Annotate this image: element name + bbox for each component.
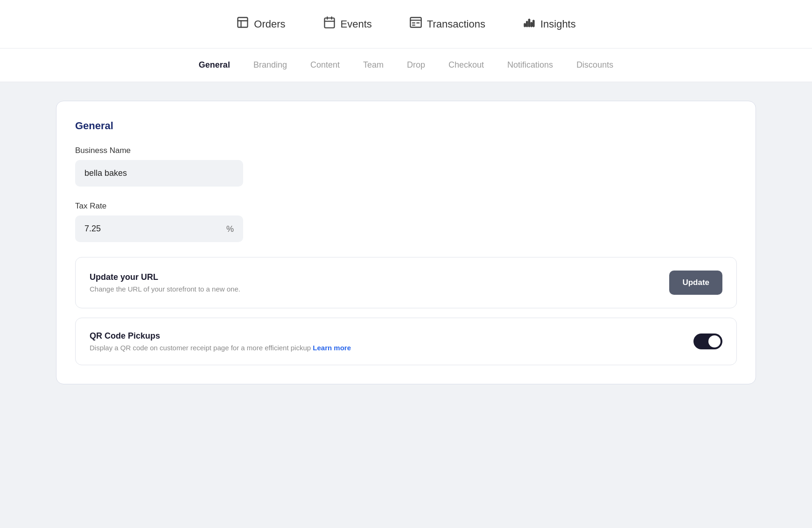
svg-rect-18 <box>526 21 528 27</box>
svg-rect-20 <box>530 22 532 27</box>
svg-rect-7 <box>410 18 421 28</box>
update-url-title: Update your URL <box>90 272 240 282</box>
subnav-general[interactable]: General <box>199 56 230 74</box>
qr-code-content: QR Code Pickups Display a QR code on cus… <box>90 331 351 352</box>
qr-code-toggle[interactable] <box>693 333 722 349</box>
subnav-team[interactable]: Team <box>363 56 384 74</box>
tax-rate-wrapper: % <box>75 215 243 242</box>
subnav-checkout[interactable]: Checkout <box>448 56 484 74</box>
events-icon <box>323 16 336 32</box>
toggle-track <box>693 333 722 349</box>
learn-more-link[interactable]: Learn more <box>313 344 351 352</box>
main-content: General Business Name Tax Rate % Update … <box>0 82 812 403</box>
svg-rect-3 <box>324 18 334 28</box>
sub-navigation: General Branding Content Team Drop Check… <box>0 49 812 82</box>
nav-orders[interactable]: Orders <box>236 16 285 32</box>
nav-insights[interactable]: Insights <box>523 16 576 32</box>
nav-transactions[interactable]: Transactions <box>409 16 485 32</box>
qr-code-description: Display a QR code on customer receipt pa… <box>90 344 351 352</box>
svg-rect-0 <box>238 18 248 28</box>
qr-code-title: QR Code Pickups <box>90 331 351 341</box>
update-url-card: Update your URL Change the URL of your s… <box>75 257 737 308</box>
svg-rect-21 <box>532 20 535 27</box>
update-url-description: Change the URL of your storefront to a n… <box>90 285 240 293</box>
nav-insights-label: Insights <box>540 18 576 30</box>
nav-orders-label: Orders <box>254 18 285 30</box>
toggle-thumb <box>708 335 721 347</box>
business-name-group: Business Name <box>75 146 737 187</box>
business-name-label: Business Name <box>75 146 737 155</box>
svg-rect-19 <box>528 19 531 27</box>
qr-code-card: QR Code Pickups Display a QR code on cus… <box>75 318 737 365</box>
svg-rect-17 <box>524 23 526 27</box>
nav-events[interactable]: Events <box>323 16 372 32</box>
tax-rate-group: Tax Rate % <box>75 201 737 242</box>
subnav-notifications[interactable]: Notifications <box>507 56 553 74</box>
general-card: General Business Name Tax Rate % Update … <box>56 101 756 384</box>
qr-toggle-container[interactable] <box>693 333 722 349</box>
subnav-drop[interactable]: Drop <box>407 56 425 74</box>
percent-symbol: % <box>226 224 234 234</box>
insights-icon <box>523 16 536 32</box>
orders-icon <box>236 16 249 32</box>
tax-rate-label: Tax Rate <box>75 201 737 211</box>
subnav-discounts[interactable]: Discounts <box>576 56 613 74</box>
nav-events-label: Events <box>341 18 372 30</box>
nav-transactions-label: Transactions <box>427 18 485 30</box>
section-title: General <box>75 120 737 132</box>
top-navigation: Orders Events Transactions <box>0 0 812 49</box>
qr-code-desc-text: Display a QR code on customer receipt pa… <box>90 344 311 352</box>
transactions-icon <box>409 16 422 32</box>
update-url-button[interactable]: Update <box>669 271 722 295</box>
subnav-branding[interactable]: Branding <box>253 56 287 74</box>
subnav-content[interactable]: Content <box>310 56 340 74</box>
update-url-content: Update your URL Change the URL of your s… <box>90 272 240 293</box>
tax-rate-input[interactable] <box>75 215 243 242</box>
business-name-input[interactable] <box>75 160 243 187</box>
